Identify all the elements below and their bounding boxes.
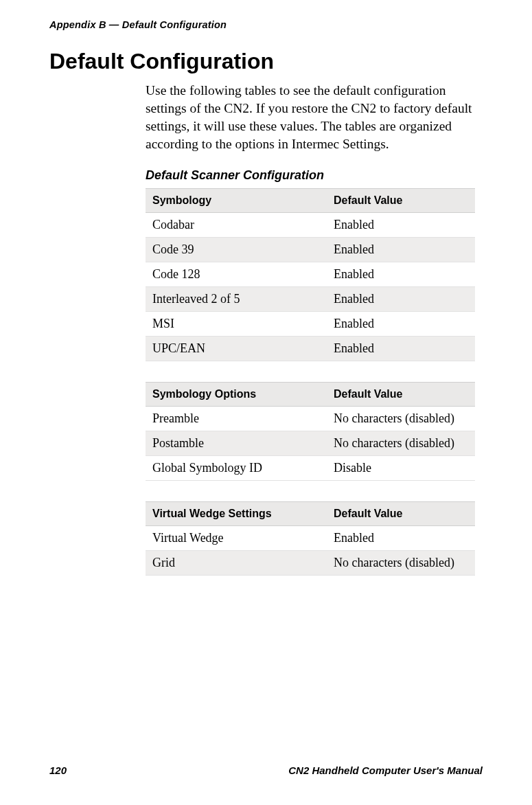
col-header: Virtual Wedge Settings	[146, 501, 327, 525]
cell: No characters (disabled)	[327, 431, 475, 455]
cell: Enabled	[327, 237, 475, 262]
col-header: Default Value	[327, 501, 475, 525]
cell: Enabled	[327, 311, 475, 336]
table-row: Preamble No characters (disabled)	[146, 406, 475, 431]
cell: Grid	[146, 550, 327, 575]
cell: Enabled	[327, 262, 475, 286]
col-header: Symbology Options	[146, 382, 327, 406]
table-row: Code 39 Enabled	[146, 237, 475, 262]
page-title: Default Configuration	[49, 49, 483, 73]
table-row: Postamble No characters (disabled)	[146, 431, 475, 455]
page-number: 120	[49, 764, 67, 776]
table-row: Virtual Wedge Enabled	[146, 525, 475, 550]
cell: UPC/EAN	[146, 336, 327, 361]
cell: Postamble	[146, 431, 327, 455]
cell: Disable	[327, 455, 475, 480]
table-header-row: Symbology Default Value	[146, 188, 475, 212]
col-header: Default Value	[327, 382, 475, 406]
cell: Enabled	[327, 525, 475, 550]
col-header: Default Value	[327, 188, 475, 212]
cell: Code 39	[146, 237, 327, 262]
cell: Enabled	[327, 286, 475, 311]
table-symbology-options: Symbology Options Default Value Preamble…	[146, 382, 475, 481]
running-head: Appendix B — Default Configuration	[49, 19, 483, 30]
cell: No characters (disabled)	[327, 550, 475, 575]
manual-title: CN2 Handheld Computer User's Manual	[288, 764, 483, 776]
cell: Virtual Wedge	[146, 525, 327, 550]
table-row: Grid No characters (disabled)	[146, 550, 475, 575]
cell: Global Symbology ID	[146, 455, 327, 480]
body-content: Use the following tables to see the defa…	[146, 82, 483, 576]
cell: Interleaved 2 of 5	[146, 286, 327, 311]
table-header-row: Virtual Wedge Settings Default Value	[146, 501, 475, 525]
page: Appendix B — Default Configuration Defau…	[0, 0, 532, 805]
cell: Codabar	[146, 212, 327, 237]
col-header: Symbology	[146, 188, 327, 212]
cell: Enabled	[327, 336, 475, 361]
table-row: Global Symbology ID Disable	[146, 455, 475, 480]
page-footer: 120 CN2 Handheld Computer User's Manual	[49, 764, 483, 776]
cell: MSI	[146, 311, 327, 336]
cell: Code 128	[146, 262, 327, 286]
table-row: Code 128 Enabled	[146, 262, 475, 286]
table-row: Interleaved 2 of 5 Enabled	[146, 286, 475, 311]
table-virtual-wedge: Virtual Wedge Settings Default Value Vir…	[146, 501, 475, 576]
cell: Enabled	[327, 212, 475, 237]
table-row: MSI Enabled	[146, 311, 475, 336]
cell: Preamble	[146, 406, 327, 431]
cell: No characters (disabled)	[327, 406, 475, 431]
table-row: UPC/EAN Enabled	[146, 336, 475, 361]
section-title-scanner: Default Scanner Configuration	[146, 168, 483, 183]
intro-paragraph: Use the following tables to see the defa…	[146, 82, 483, 153]
table-row: Codabar Enabled	[146, 212, 475, 237]
table-header-row: Symbology Options Default Value	[146, 382, 475, 406]
table-symbology: Symbology Default Value Codabar Enabled …	[146, 188, 475, 361]
